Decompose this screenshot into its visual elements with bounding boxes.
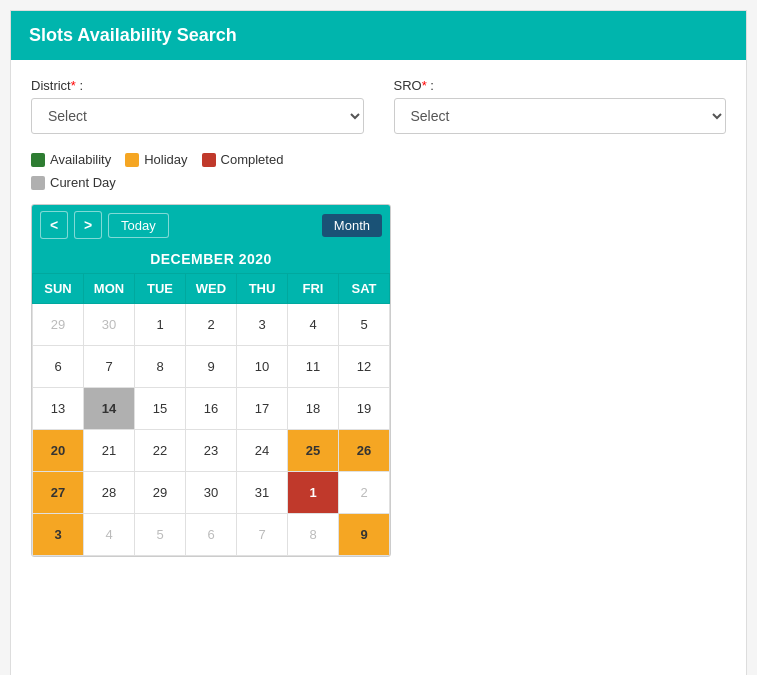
holiday-icon [125, 153, 139, 167]
calendar-nav: < > Today Month [32, 205, 390, 245]
calendar-day-cell[interactable]: 3 [33, 514, 84, 556]
availability-icon [31, 153, 45, 167]
calendar-day-cell[interactable]: 2 [339, 472, 390, 514]
calendar-day-cell[interactable]: 29 [33, 304, 84, 346]
calendar-day-cell[interactable]: 7 [237, 514, 288, 556]
sro-label: SRO* : [394, 78, 727, 93]
calendar-day-cell[interactable]: 6 [186, 514, 237, 556]
calendar-day-cell[interactable]: 10 [237, 346, 288, 388]
district-required: * [71, 78, 76, 93]
calendar-grid: SUNMONTUEWEDTHUFRISAT 293012345678910111… [32, 273, 390, 556]
calendar-week-row: 272829303112 [33, 472, 390, 514]
calendar-day-cell[interactable]: 8 [288, 514, 339, 556]
calendar-day-header: TUE [135, 274, 186, 304]
calendar-day-cell[interactable]: 24 [237, 430, 288, 472]
calendar-day-cell[interactable]: 31 [237, 472, 288, 514]
district-group: District* : Select [31, 78, 364, 134]
calendar-day-cell[interactable]: 30 [186, 472, 237, 514]
page-header: Slots Availability Search [11, 11, 746, 60]
district-select[interactable]: Select [31, 98, 364, 134]
calendar-week-row: 6789101112 [33, 346, 390, 388]
calendar-day-cell[interactable]: 6 [33, 346, 84, 388]
sro-group: SRO* : Select [394, 78, 727, 134]
calendar-day-header: FRI [288, 274, 339, 304]
form-row: District* : Select SRO* : Select [31, 78, 726, 134]
calendar-day-cell[interactable]: 20 [33, 430, 84, 472]
calendar-month-year: DECEMBER 2020 [32, 245, 390, 273]
legend: Availability Holiday Completed Curent Da… [31, 152, 726, 190]
calendar-day-header: THU [237, 274, 288, 304]
calendar-day-header: SAT [339, 274, 390, 304]
completed-label: Completed [221, 152, 284, 167]
calendar-day-cell[interactable]: 7 [84, 346, 135, 388]
legend-holiday: Holiday [125, 152, 187, 167]
calendar-day-cell[interactable]: 22 [135, 430, 186, 472]
calendar-day-cell[interactable]: 4 [84, 514, 135, 556]
calendar-day-header: SUN [33, 274, 84, 304]
calendar-day-cell[interactable]: 11 [288, 346, 339, 388]
prev-button[interactable]: < [40, 211, 68, 239]
calendar-day-cell[interactable]: 15 [135, 388, 186, 430]
calendar-day-cell[interactable]: 19 [339, 388, 390, 430]
completed-icon [202, 153, 216, 167]
sro-required: * [422, 78, 427, 93]
calendar-day-cell[interactable]: 2 [186, 304, 237, 346]
calendar-day-cell[interactable]: 18 [288, 388, 339, 430]
current-day-label: Curent Day [50, 175, 116, 190]
calendar-week-row: 3456789 [33, 514, 390, 556]
current-day-icon [31, 176, 45, 190]
calendar-day-cell[interactable]: 13 [33, 388, 84, 430]
calendar-day-header: MON [84, 274, 135, 304]
calendar-week-row: 293012345 [33, 304, 390, 346]
calendar-day-cell[interactable]: 25 [288, 430, 339, 472]
calendar-day-cell[interactable]: 17 [237, 388, 288, 430]
calendar-day-cell[interactable]: 23 [186, 430, 237, 472]
calendar: < > Today Month DECEMBER 2020 SUNMONTUEW… [31, 204, 391, 557]
today-button[interactable]: Today [108, 213, 169, 238]
sro-select[interactable]: Select [394, 98, 727, 134]
calendar-day-cell[interactable]: 21 [84, 430, 135, 472]
calendar-day-cell[interactable]: 12 [339, 346, 390, 388]
holiday-label: Holiday [144, 152, 187, 167]
next-button[interactable]: > [74, 211, 102, 239]
availability-label: Availability [50, 152, 111, 167]
legend-completed: Completed [202, 152, 284, 167]
calendar-day-cell[interactable]: 28 [84, 472, 135, 514]
calendar-day-cell[interactable]: 1 [288, 472, 339, 514]
calendar-day-cell[interactable]: 27 [33, 472, 84, 514]
calendar-day-cell[interactable]: 4 [288, 304, 339, 346]
calendar-day-cell[interactable]: 30 [84, 304, 135, 346]
calendar-day-cell[interactable]: 5 [135, 514, 186, 556]
page-title: Slots Availability Search [29, 25, 237, 45]
calendar-day-header: WED [186, 274, 237, 304]
district-label: District* : [31, 78, 364, 93]
calendar-day-cell[interactable]: 9 [339, 514, 390, 556]
calendar-week-row: 13141516171819 [33, 388, 390, 430]
legend-current-day: Curent Day [31, 175, 726, 190]
calendar-day-cell[interactable]: 9 [186, 346, 237, 388]
month-button[interactable]: Month [322, 214, 382, 237]
calendar-day-cell[interactable]: 3 [237, 304, 288, 346]
calendar-day-cell[interactable]: 1 [135, 304, 186, 346]
calendar-day-cell[interactable]: 16 [186, 388, 237, 430]
calendar-day-cell[interactable]: 14 [84, 388, 135, 430]
calendar-week-row: 20212223242526 [33, 430, 390, 472]
calendar-day-cell[interactable]: 5 [339, 304, 390, 346]
calendar-day-cell[interactable]: 8 [135, 346, 186, 388]
legend-availability: Availability [31, 152, 111, 167]
calendar-header-row: SUNMONTUEWEDTHUFRISAT [33, 274, 390, 304]
calendar-day-cell[interactable]: 26 [339, 430, 390, 472]
calendar-day-cell[interactable]: 29 [135, 472, 186, 514]
